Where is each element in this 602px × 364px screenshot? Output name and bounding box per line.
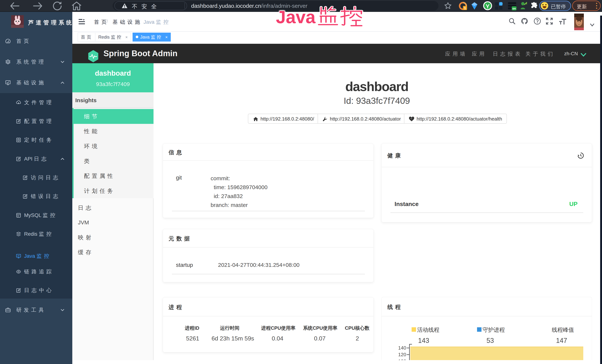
- svg-text:1: 1: [464, 6, 466, 10]
- svg-text:on: on: [512, 7, 516, 10]
